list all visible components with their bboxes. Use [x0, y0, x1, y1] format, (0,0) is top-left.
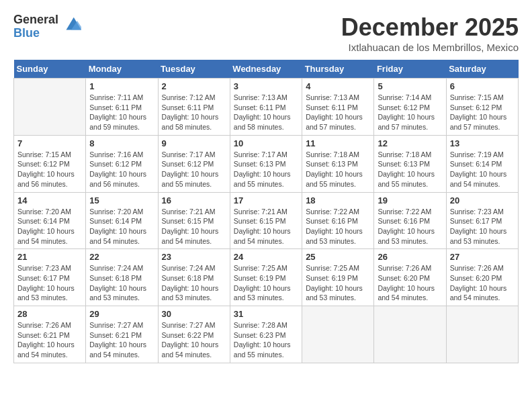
day-info: Sunrise: 7:23 AMSunset: 6:17 PMDaylight:…	[17, 263, 82, 303]
day-info: Sunrise: 7:18 AMSunset: 6:13 PMDaylight:…	[306, 150, 370, 189]
day-number: 4	[306, 81, 370, 91]
day-number: 24	[234, 252, 298, 262]
day-number: 1	[89, 81, 154, 91]
logo-text: General Blue	[13, 13, 58, 40]
day-info: Sunrise: 7:26 AMSunset: 6:20 PMDaylight:…	[450, 263, 515, 303]
weekday-row: SundayMondayTuesdayWednesdayThursdayFrid…	[14, 60, 519, 79]
day-info: Sunrise: 7:19 AMSunset: 6:14 PMDaylight:…	[450, 150, 515, 189]
location-subtitle: Ixtlahuacan de los Membrillos, Mexico	[341, 42, 519, 53]
calendar-cell: 19 Sunrise: 7:22 AMSunset: 6:16 PMDaylig…	[374, 192, 446, 249]
day-number: 12	[378, 138, 442, 148]
calendar-cell: 6 Sunrise: 7:15 AMSunset: 6:12 PMDayligh…	[446, 79, 518, 136]
calendar-cell: 27 Sunrise: 7:26 AMSunset: 6:20 PMDaylig…	[446, 249, 518, 306]
day-info: Sunrise: 7:17 AMSunset: 6:12 PMDaylight:…	[162, 150, 226, 189]
day-number: 19	[378, 195, 442, 205]
day-number: 26	[378, 252, 442, 262]
calendar-cell: 15 Sunrise: 7:20 AMSunset: 6:14 PMDaylig…	[86, 192, 158, 249]
logo-blue: Blue	[13, 27, 58, 40]
day-number: 6	[450, 81, 515, 91]
day-info: Sunrise: 7:25 AMSunset: 6:19 PMDaylight:…	[234, 263, 298, 303]
page-header: General Blue December 2025 Ixtlahuacan d…	[13, 13, 519, 53]
logo-general: General	[13, 13, 58, 27]
calendar-body: 1 Sunrise: 7:11 AMSunset: 6:11 PMDayligh…	[14, 79, 519, 363]
weekday-header-sunday: Sunday	[14, 60, 86, 79]
day-number: 11	[306, 138, 370, 148]
calendar-cell	[302, 306, 374, 363]
day-number: 25	[306, 252, 370, 262]
weekday-header-thursday: Thursday	[302, 60, 374, 79]
day-number: 5	[378, 81, 442, 91]
day-number: 16	[162, 195, 226, 205]
day-info: Sunrise: 7:11 AMSunset: 6:11 PMDaylight:…	[89, 93, 154, 132]
calendar-cell	[374, 306, 446, 363]
weekday-header-saturday: Saturday	[446, 60, 518, 79]
calendar-cell: 31 Sunrise: 7:28 AMSunset: 6:23 PMDaylig…	[230, 306, 302, 363]
calendar-cell: 2 Sunrise: 7:12 AMSunset: 6:11 PMDayligh…	[158, 79, 230, 136]
day-info: Sunrise: 7:13 AMSunset: 6:11 PMDaylight:…	[306, 93, 370, 132]
weekday-header-tuesday: Tuesday	[158, 60, 230, 79]
calendar-cell: 30 Sunrise: 7:27 AMSunset: 6:22 PMDaylig…	[158, 306, 230, 363]
day-info: Sunrise: 7:21 AMSunset: 6:15 PMDaylight:…	[162, 207, 226, 246]
day-info: Sunrise: 7:27 AMSunset: 6:22 PMDaylight:…	[162, 320, 226, 360]
calendar-cell: 17 Sunrise: 7:21 AMSunset: 6:15 PMDaylig…	[230, 192, 302, 249]
calendar-week-3: 14 Sunrise: 7:20 AMSunset: 6:14 PMDaylig…	[14, 192, 519, 249]
day-info: Sunrise: 7:28 AMSunset: 6:23 PMDaylight:…	[234, 320, 298, 360]
calendar-cell: 3 Sunrise: 7:13 AMSunset: 6:11 PMDayligh…	[230, 79, 302, 136]
calendar-week-2: 7 Sunrise: 7:15 AMSunset: 6:12 PMDayligh…	[14, 135, 519, 192]
calendar-header: SundayMondayTuesdayWednesdayThursdayFrid…	[14, 60, 519, 79]
day-number: 20	[450, 195, 515, 205]
day-info: Sunrise: 7:16 AMSunset: 6:12 PMDaylight:…	[89, 150, 154, 189]
day-number: 31	[234, 309, 298, 319]
day-number: 10	[234, 138, 298, 148]
day-info: Sunrise: 7:23 AMSunset: 6:17 PMDaylight:…	[450, 207, 515, 246]
day-info: Sunrise: 7:12 AMSunset: 6:11 PMDaylight:…	[162, 93, 226, 132]
calendar-cell: 22 Sunrise: 7:24 AMSunset: 6:18 PMDaylig…	[86, 249, 158, 306]
day-number: 30	[162, 309, 226, 319]
day-number: 27	[450, 252, 515, 262]
calendar-cell: 10 Sunrise: 7:17 AMSunset: 6:13 PMDaylig…	[230, 135, 302, 192]
calendar-cell: 5 Sunrise: 7:14 AMSunset: 6:12 PMDayligh…	[374, 79, 446, 136]
day-info: Sunrise: 7:21 AMSunset: 6:15 PMDaylight:…	[234, 207, 298, 246]
day-number: 7	[17, 138, 82, 148]
calendar-cell: 4 Sunrise: 7:13 AMSunset: 6:11 PMDayligh…	[302, 79, 374, 136]
day-info: Sunrise: 7:14 AMSunset: 6:12 PMDaylight:…	[378, 93, 442, 132]
calendar-cell: 20 Sunrise: 7:23 AMSunset: 6:17 PMDaylig…	[446, 192, 518, 249]
calendar-cell: 29 Sunrise: 7:27 AMSunset: 6:21 PMDaylig…	[86, 306, 158, 363]
day-info: Sunrise: 7:20 AMSunset: 6:14 PMDaylight:…	[17, 207, 82, 246]
day-info: Sunrise: 7:13 AMSunset: 6:11 PMDaylight:…	[234, 93, 298, 132]
calendar-cell: 11 Sunrise: 7:18 AMSunset: 6:13 PMDaylig…	[302, 135, 374, 192]
day-info: Sunrise: 7:17 AMSunset: 6:13 PMDaylight:…	[234, 150, 298, 189]
weekday-header-friday: Friday	[374, 60, 446, 79]
day-number: 29	[89, 309, 154, 319]
day-info: Sunrise: 7:25 AMSunset: 6:19 PMDaylight:…	[306, 263, 370, 303]
day-number: 13	[450, 138, 515, 148]
day-info: Sunrise: 7:20 AMSunset: 6:14 PMDaylight:…	[89, 207, 154, 246]
calendar-cell: 9 Sunrise: 7:17 AMSunset: 6:12 PMDayligh…	[158, 135, 230, 192]
calendar-cell: 12 Sunrise: 7:18 AMSunset: 6:13 PMDaylig…	[374, 135, 446, 192]
day-number: 28	[17, 309, 82, 319]
day-info: Sunrise: 7:24 AMSunset: 6:18 PMDaylight:…	[162, 263, 226, 303]
calendar-week-1: 1 Sunrise: 7:11 AMSunset: 6:11 PMDayligh…	[14, 79, 519, 136]
calendar-cell: 23 Sunrise: 7:24 AMSunset: 6:18 PMDaylig…	[158, 249, 230, 306]
calendar-cell: 13 Sunrise: 7:19 AMSunset: 6:14 PMDaylig…	[446, 135, 518, 192]
day-info: Sunrise: 7:15 AMSunset: 6:12 PMDaylight:…	[17, 150, 82, 189]
day-number: 14	[17, 195, 82, 205]
calendar-cell: 7 Sunrise: 7:15 AMSunset: 6:12 PMDayligh…	[14, 135, 86, 192]
day-number: 18	[306, 195, 370, 205]
day-number: 23	[162, 252, 226, 262]
calendar-cell	[446, 306, 518, 363]
month-title: December 2025	[341, 13, 519, 42]
calendar-cell: 21 Sunrise: 7:23 AMSunset: 6:17 PMDaylig…	[14, 249, 86, 306]
logo-icon	[61, 15, 81, 35]
calendar-cell	[14, 79, 86, 136]
weekday-header-monday: Monday	[86, 60, 158, 79]
calendar-table: SundayMondayTuesdayWednesdayThursdayFrid…	[13, 60, 519, 363]
calendar-cell: 16 Sunrise: 7:21 AMSunset: 6:15 PMDaylig…	[158, 192, 230, 249]
day-number: 2	[162, 81, 226, 91]
calendar-week-5: 28 Sunrise: 7:26 AMSunset: 6:21 PMDaylig…	[14, 306, 519, 363]
title-block: December 2025 Ixtlahuacan de los Membril…	[341, 13, 519, 53]
day-info: Sunrise: 7:22 AMSunset: 6:16 PMDaylight:…	[378, 207, 442, 246]
day-info: Sunrise: 7:15 AMSunset: 6:12 PMDaylight:…	[450, 93, 515, 132]
day-number: 8	[89, 138, 154, 148]
calendar-cell: 8 Sunrise: 7:16 AMSunset: 6:12 PMDayligh…	[86, 135, 158, 192]
